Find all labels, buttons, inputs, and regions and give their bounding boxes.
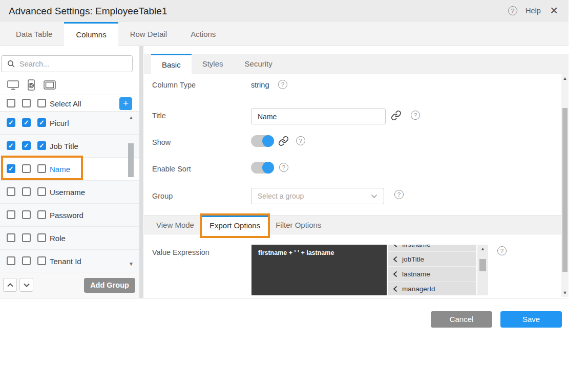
tab-columns[interactable]: Columns — [64, 22, 118, 47]
help-button[interactable]: Help — [526, 7, 541, 15]
enable-sort-label: Enable Sort — [152, 165, 191, 173]
tab-export-options[interactable]: Export Options — [202, 215, 268, 236]
enable-sort-toggle[interactable] — [251, 162, 274, 174]
cancel-button[interactable]: Cancel — [431, 311, 492, 328]
tablet-icon[interactable] — [43, 80, 56, 90]
panel-scrollbar-thumb[interactable] — [562, 108, 568, 272]
checkbox-tablet[interactable] — [37, 141, 46, 150]
search-input[interactable] — [19, 60, 132, 68]
select-all-checkbox-mobile[interactable] — [22, 99, 31, 107]
close-icon[interactable]: × — [550, 3, 558, 18]
column-row-picurl[interactable]: Picurl — [0, 112, 139, 135]
column-row-tenant-id[interactable]: Tenant Id — [0, 250, 139, 273]
move-up-button[interactable] — [3, 278, 17, 292]
tab-actions[interactable]: Actions — [179, 22, 227, 46]
checkbox-desktop[interactable] — [7, 164, 15, 173]
tab-row-detail[interactable]: Row Detail — [118, 22, 179, 46]
move-down-button[interactable] — [19, 278, 33, 292]
sidebar-scroll-up-icon[interactable]: ▲ — [129, 115, 134, 120]
column-row-username[interactable]: Username — [0, 181, 139, 204]
help-icon[interactable]: ? — [394, 190, 404, 199]
field-list-scrollbar[interactable]: ▲ — [477, 245, 488, 295]
tab-basic[interactable]: Basic — [151, 54, 192, 75]
column-label: Password — [50, 211, 83, 220]
checkbox-tablet[interactable] — [37, 210, 46, 219]
checkbox-mobile[interactable] — [22, 164, 31, 173]
field-item-firstname[interactable]: firstname — [388, 245, 476, 252]
show-toggle[interactable] — [251, 135, 274, 147]
columns-sidebar: Select All + Picurl Job Title — [0, 46, 139, 298]
add-group-button[interactable]: Add Group — [84, 278, 135, 293]
title-label: Title — [152, 112, 166, 120]
checkbox-tablet[interactable] — [37, 233, 46, 242]
chevron-down-icon — [371, 194, 377, 199]
select-all-checkbox-desktop[interactable] — [7, 99, 15, 107]
field-item-label: lastname — [402, 270, 430, 278]
field-list-scrollbar-thumb[interactable] — [479, 259, 486, 271]
save-button[interactable]: Save — [500, 311, 562, 328]
field-item-lastname[interactable]: lastname — [388, 267, 476, 282]
dialog-body: Select All + Picurl Job Title — [0, 46, 569, 298]
field-item-managerid[interactable]: managerId — [388, 282, 476, 295]
value-expression-editor[interactable]: firstname + ' ' + lastname — [251, 245, 387, 295]
column-row-name[interactable]: Name — [0, 158, 139, 181]
column-list: Picurl Job Title Name — [0, 112, 139, 273]
app-background: Advanced Settings: EmployeeTable1 ? Help… — [0, 0, 588, 367]
checkbox-mobile[interactable] — [22, 187, 31, 196]
search-box[interactable] — [1, 55, 133, 72]
tab-view-mode[interactable]: View Mode — [149, 215, 202, 234]
search-icon — [7, 60, 15, 68]
checkbox-desktop[interactable] — [7, 187, 15, 196]
checkbox-mobile[interactable] — [22, 233, 31, 242]
panel-scroll-down-icon[interactable]: ▼ — [561, 290, 569, 295]
column-row-role[interactable]: Role — [0, 227, 139, 250]
link-icon[interactable] — [278, 136, 289, 146]
checkbox-desktop[interactable] — [7, 210, 15, 219]
help-icon[interactable]: ? — [278, 80, 287, 89]
tab-data-table[interactable]: Data Table — [4, 22, 64, 46]
help-icon[interactable]: ? — [411, 111, 420, 120]
checkbox-desktop[interactable] — [7, 233, 15, 242]
panel-scroll-up-icon[interactable]: ▲ — [561, 76, 569, 81]
checkbox-tablet[interactable] — [37, 118, 46, 127]
column-settings-panel: Basic Styles Security Column Type string… — [144, 46, 569, 298]
tab-styles[interactable]: Styles — [192, 54, 234, 74]
checkbox-tablet[interactable] — [37, 164, 46, 173]
checkbox-mobile[interactable] — [22, 210, 31, 219]
sidebar-scroll-down-icon[interactable]: ▼ — [129, 261, 134, 267]
column-row-password[interactable]: Password — [0, 204, 139, 227]
checkbox-desktop[interactable] — [7, 141, 15, 150]
group-select-placeholder: Select a group — [258, 192, 371, 200]
add-column-button[interactable]: + — [119, 97, 132, 110]
column-label: Role — [50, 234, 66, 243]
link-icon[interactable] — [391, 110, 402, 121]
group-select[interactable]: Select a group — [251, 188, 384, 204]
column-type-label: Column Type — [152, 81, 196, 89]
tab-filter-options[interactable]: Filter Options — [268, 215, 329, 234]
device-toggle-row — [0, 75, 139, 95]
mobile-icon[interactable] — [26, 79, 36, 91]
checkbox-tablet[interactable] — [37, 256, 46, 265]
checkbox-mobile[interactable] — [22, 118, 31, 127]
checkbox-desktop[interactable] — [7, 118, 15, 127]
checkbox-tablet[interactable] — [37, 187, 46, 196]
help-icon[interactable]: ? — [508, 6, 517, 15]
field-item-jobtitle[interactable]: jobTitle — [388, 252, 476, 267]
title-input[interactable] — [251, 109, 386, 124]
checkbox-mobile[interactable] — [22, 141, 31, 150]
column-label: Job Title — [50, 142, 78, 150]
checkbox-mobile[interactable] — [22, 256, 31, 265]
desktop-icon[interactable] — [7, 79, 19, 91]
sidebar-scrollbar-thumb[interactable] — [128, 143, 134, 177]
help-icon[interactable]: ? — [497, 246, 507, 255]
help-icon[interactable]: ? — [279, 163, 288, 172]
field-list-scroll-up-icon[interactable]: ▲ — [477, 246, 488, 251]
select-all-checkbox-tablet[interactable] — [37, 99, 46, 107]
show-label: Show — [152, 138, 171, 146]
checkbox-desktop[interactable] — [7, 256, 15, 265]
tab-security[interactable]: Security — [234, 54, 283, 74]
panel-scrollbar[interactable]: ▲ ▼ — [561, 74, 569, 297]
column-label: Name — [50, 165, 70, 174]
column-row-job-title[interactable]: Job Title — [0, 135, 139, 158]
help-icon[interactable]: ? — [296, 136, 305, 145]
